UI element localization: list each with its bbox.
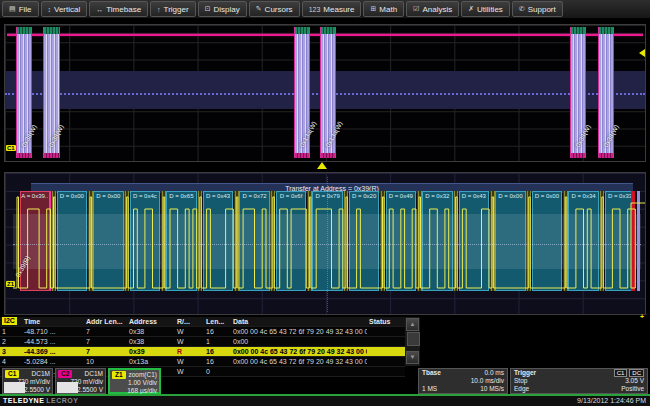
table-cell [367, 337, 405, 346]
table-row[interactable]: 3-44.369 ...70x39R160x00 00 4c 65 43 72 … [0, 347, 405, 357]
burst-cap [295, 27, 309, 34]
table-cell [367, 347, 405, 356]
menu-label: Utilities [477, 5, 503, 14]
i2c-burst: 0x13a(W) [320, 27, 336, 158]
burst-foot [17, 153, 31, 158]
c1-badge: C1 [5, 370, 19, 378]
burst-foot [321, 153, 335, 158]
menu-bar: ▤File↕Vertical↔Timebase↑Trigger⊡Display✎… [0, 0, 650, 18]
column-header[interactable]: Time [22, 317, 84, 326]
menu-math[interactable]: ⊞Math [363, 1, 404, 17]
menu-timebase[interactable]: ↔Timebase [89, 1, 148, 17]
burst-address-label: 0x38(W) [47, 123, 65, 148]
table-cell: 4 [0, 357, 22, 366]
c1-descriptor[interactable]: C1 DC1M 720 mV/div -2.5500 V [2, 368, 53, 394]
scroll-thumb[interactable] [407, 332, 420, 346]
table-scrollbar[interactable]: ▲ ▼ [405, 317, 420, 366]
burst-cap [321, 27, 335, 34]
menu-file[interactable]: ▤File [2, 1, 39, 17]
table-cell: 3 [0, 347, 22, 356]
table-row[interactable]: 1-48.710 ...70x38W160x00 00 4c 65 43 72 … [0, 327, 405, 337]
burst-address-label: 0x13a(W) [298, 120, 317, 148]
column-header[interactable]: Len... [204, 317, 231, 326]
c1-zero-marker: C1 [6, 145, 16, 151]
table-cell: -44.573 ... [22, 337, 84, 346]
c2-descriptor[interactable]: C2 DC1M 720 mV/div -2.5500 V [55, 368, 106, 394]
burst-foot [571, 153, 585, 158]
table-row[interactable]: 2-44.573 ...70x38W10x00 [0, 337, 405, 347]
table-cell [367, 367, 405, 376]
menu-display[interactable]: ⊡Display [198, 1, 247, 17]
datetime-display: 9/13/2012 1:24:46 PM [577, 396, 646, 406]
timebase-rate: 10 MS/s [480, 385, 504, 393]
table-cell: 16 [204, 347, 231, 356]
column-header[interactable]: Data [231, 317, 367, 326]
file-icon: ▤ [9, 5, 16, 13]
trigger-box[interactable]: Trigger C1DC Stop 3.05 V Edge Positive [510, 368, 648, 394]
menu-label: Vertical [54, 5, 80, 14]
burst-foot [599, 153, 613, 158]
column-header[interactable]: Addr Len... [84, 317, 127, 326]
burst-cap [17, 27, 31, 34]
brand-logo: TELEDYNE [0, 397, 44, 404]
table-cell: 0 [204, 367, 231, 376]
c2-coupling: DC1M [85, 370, 103, 378]
menu-label: Cursors [265, 5, 293, 14]
table-cell: 0x38 [127, 337, 175, 346]
menu-trigger[interactable]: ↑Trigger [150, 1, 196, 17]
timebase-box[interactable]: Tbase 0.0 ms 10.0 ms/div 1 MS 10 MS/s [418, 368, 508, 394]
brand-logo-light: LECROY [46, 397, 78, 404]
scroll-down-button[interactable]: ▼ [406, 351, 419, 364]
trigger-level-marker[interactable] [639, 49, 645, 57]
c1-coupling: DC1M [32, 370, 50, 378]
table-cell: 0x13a [127, 357, 175, 366]
menu-label: Math [379, 5, 397, 14]
table-cell: -48.710 ... [22, 327, 84, 336]
burst-cap [44, 27, 59, 34]
column-header[interactable]: Address [127, 317, 175, 326]
menu-measure[interactable]: 123Measure [302, 1, 362, 17]
zoom-graticule[interactable]: Transfer at Address = 0x39(R) A = 0x39..… [4, 172, 646, 315]
measure-icon: 123 [309, 6, 321, 13]
table-header-row: I2CTimeAddr Len...AddressR/...Len...Data… [0, 317, 405, 327]
c1-corner [4, 382, 25, 393]
trigger-label: Trigger [514, 369, 536, 377]
table-cell: 0x00 00 4c 65 43 72 6f 79 20 49 32 43 00… [231, 327, 367, 336]
table-row[interactable]: 4-5.0284 ...100x13aW160x00 00 4c 65 43 7… [0, 357, 405, 367]
table-cell: -44.369 ... [22, 347, 84, 356]
table-cell: 0x00 00 4c 65 43 72 6f 79 20 49 32 43 00… [231, 357, 367, 366]
timebase-icon: ↔ [96, 6, 103, 13]
menu-vertical[interactable]: ↕Vertical [41, 1, 88, 17]
i2c-burst: 0x38(W) [570, 27, 586, 158]
menu-label: Support [528, 5, 556, 14]
i2c-burst: 0x38(W) [16, 27, 32, 158]
vertical-icon: ↕ [48, 6, 52, 13]
table-cell: 7 [84, 327, 127, 336]
oscilloscope-screen: ▤File↕Vertical↔Timebase↑Trigger⊡Display✎… [0, 0, 650, 406]
table-cell: W [175, 327, 204, 336]
column-header[interactable]: R/... [175, 317, 204, 326]
main-graticule[interactable]: 0x38(W)0x38(W)0x13a(W)0x13a(W)0x38(W)0x3… [4, 24, 646, 162]
menu-cursors[interactable]: ✎Cursors [249, 1, 300, 17]
menu-label: Display [214, 5, 240, 14]
menu-analysis[interactable]: ☑Analysis [406, 1, 459, 17]
table-cell: 7 [84, 347, 127, 356]
burst-foot [44, 153, 59, 158]
analysis-icon: ☑ [413, 5, 419, 13]
support-icon: ✆ [519, 5, 525, 13]
table-cell: W [175, 337, 204, 346]
menu-utilities[interactable]: ✗Utilities [461, 1, 510, 17]
menu-support[interactable]: ✆Support [512, 1, 563, 17]
column-header[interactable]: Status [367, 317, 405, 326]
burst-address-label: 0x38(W) [574, 123, 592, 148]
table-cell: 16 [204, 357, 231, 366]
trigger-source-badge: C1 [614, 369, 628, 377]
table-cell: 10 [84, 357, 127, 366]
scroll-up-button[interactable]: ▲ [406, 318, 419, 331]
z1-descriptor[interactable]: Z1 zoom(C1) 1.00 V/div 168 µs/div [108, 368, 161, 394]
table-cell: 1 [204, 337, 231, 346]
table-cell [367, 357, 405, 366]
trigger-time-marker[interactable] [317, 162, 327, 169]
burst-foot [295, 153, 309, 158]
timebase-tdiv: 10.0 ms/div [471, 377, 504, 385]
